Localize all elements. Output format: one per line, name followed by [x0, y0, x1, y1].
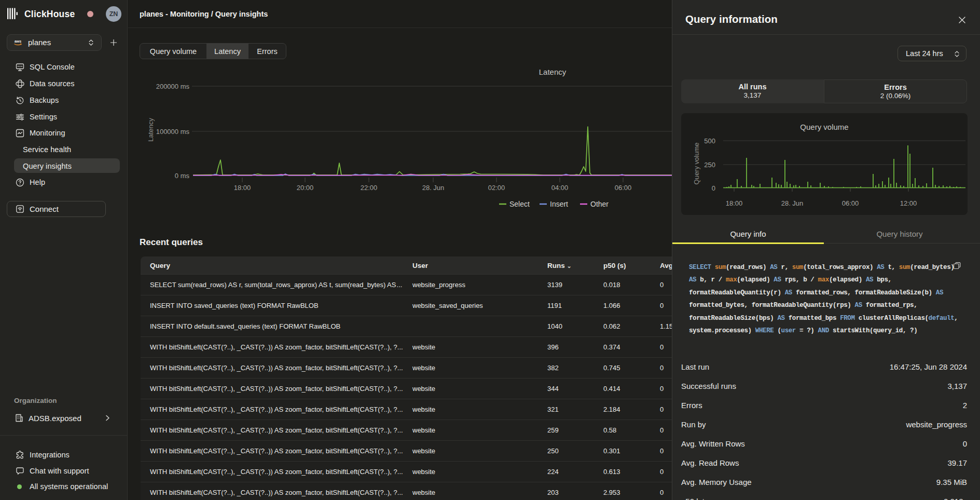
svg-text:Select: Select	[509, 200, 530, 208]
svg-text:Query volume: Query volume	[800, 123, 848, 131]
svg-text:18:00: 18:00	[726, 199, 743, 207]
svg-text:28. Jun: 28. Jun	[781, 199, 804, 207]
svg-text:20:00: 20:00	[297, 184, 314, 192]
svg-text:04:00: 04:00	[551, 184, 569, 192]
svg-text:Query volume: Query volume	[693, 143, 700, 185]
svg-text:Insert: Insert	[550, 200, 568, 208]
svg-text:02:00: 02:00	[488, 184, 505, 192]
svg-text:Latency: Latency	[539, 67, 567, 76]
svg-text:18:00: 18:00	[234, 184, 251, 192]
svg-text:250: 250	[704, 161, 715, 169]
svg-text:28. Jun: 28. Jun	[422, 184, 445, 192]
svg-text:0 ms: 0 ms	[175, 172, 190, 180]
svg-text:0: 0	[712, 184, 715, 192]
svg-text:Other: Other	[590, 200, 609, 208]
svg-text:22:00: 22:00	[361, 184, 378, 192]
svg-text:12:00: 12:00	[900, 199, 917, 207]
svg-text:200000 ms: 200000 ms	[156, 83, 190, 90]
svg-text:100000 ms: 100000 ms	[156, 128, 190, 136]
svg-text:06:00: 06:00	[615, 184, 632, 192]
svg-text:aws: aws	[15, 39, 21, 43]
svg-text:06:00: 06:00	[842, 199, 859, 207]
svg-text:Latency: Latency	[147, 118, 155, 142]
svg-text:500: 500	[704, 137, 715, 145]
